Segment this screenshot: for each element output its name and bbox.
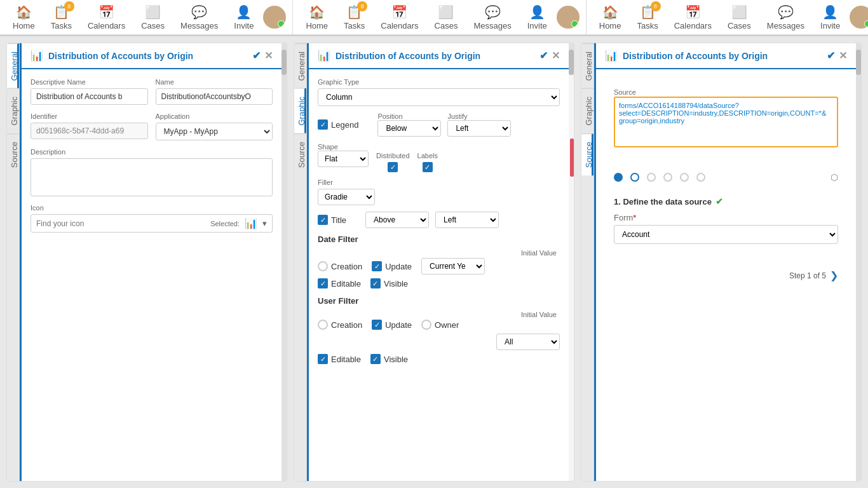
tab-general-2[interactable]: General — [294, 43, 306, 88]
nav-invite-3[interactable]: 👤 Invite — [814, 1, 846, 34]
legend-position-select[interactable]: Below — [377, 120, 441, 137]
icon-search-input[interactable] — [36, 219, 205, 228]
user-owner-checkbox[interactable] — [421, 320, 431, 330]
title-position-select[interactable]: Above — [365, 212, 429, 228]
nav-messages-3[interactable]: 💬 Messages — [761, 1, 811, 34]
user-creation-checkbox[interactable] — [318, 320, 328, 330]
date-editable-checkbox[interactable]: ✓ — [318, 278, 328, 288]
nav-tasks-1[interactable]: 📋 8 Tasks — [44, 1, 78, 34]
nav-tasks-2[interactable]: 📋 8 Tasks — [337, 1, 371, 34]
description-textarea[interactable] — [31, 158, 273, 196]
tab-source-1[interactable]: Source — [7, 133, 19, 175]
avatar-3[interactable] — [850, 6, 868, 29]
user-visible-checkbox[interactable]: ✓ — [370, 354, 381, 364]
tab-source-3[interactable]: Source — [581, 133, 593, 175]
tab-graphic-2[interactable]: Graphic — [294, 88, 306, 133]
home-icon-2: 🏠 — [309, 4, 325, 20]
title-justify-select[interactable]: Left — [435, 212, 499, 228]
chart-icon-3: 📊 — [605, 50, 618, 62]
progress-dot-2[interactable] — [630, 173, 639, 182]
close-button-1[interactable]: ✕ — [264, 50, 273, 62]
progress-dot-4[interactable] — [663, 173, 672, 182]
navbar-3: 🏠 Home 📋 8 Tasks 📅 Calendars ⬜ Cases 💬 — [587, 0, 868, 35]
date-initial-value-select[interactable]: Current Ye — [421, 258, 485, 274]
name-input[interactable] — [156, 88, 273, 105]
legend-justify-select[interactable]: Left — [447, 120, 511, 137]
confirm-button-2[interactable]: ✔ — [539, 50, 548, 62]
nav-cases-2[interactable]: ⬜ Cases — [428, 1, 465, 34]
form-select-source[interactable]: Account — [614, 225, 838, 244]
progress-dot-1[interactable] — [614, 173, 623, 182]
title-checkbox-label[interactable]: ✓ Title — [318, 215, 346, 225]
user-update-checkbox[interactable]: ✓ — [372, 320, 382, 330]
graphic-type-label: Graphic Type — [318, 78, 560, 86]
user-owner-label[interactable]: Owner — [421, 320, 459, 330]
confirm-button-1[interactable]: ✔ — [252, 50, 261, 62]
distributed-checkbox[interactable]: ✓ — [388, 162, 398, 172]
nav-calendars-1[interactable]: 📅 Calendars — [81, 1, 132, 34]
date-creation-checkbox[interactable] — [318, 261, 328, 271]
date-creation-label[interactable]: Creation — [318, 261, 362, 271]
user-editable-checkbox[interactable]: ✓ — [318, 354, 328, 364]
nav-cases-1[interactable]: ⬜ Cases — [135, 1, 171, 34]
identifier-input[interactable] — [31, 123, 148, 139]
user-initial-value-select[interactable]: All — [496, 334, 560, 350]
nav-home-3[interactable]: 🏠 Home — [593, 1, 628, 34]
nav-invite-2[interactable]: 👤 Invite — [521, 1, 553, 34]
progress-dot-5[interactable] — [680, 173, 689, 182]
tab-graphic-1[interactable]: Graphic — [7, 88, 19, 133]
icon-picker[interactable]: Selected: 📊 ▾ — [31, 214, 273, 233]
scrollbar-1[interactable] — [281, 43, 287, 481]
nav-messages-1[interactable]: 💬 Messages — [174, 1, 224, 34]
date-visible-label[interactable]: ✓ Visible — [370, 278, 408, 288]
tab-source-2[interactable]: Source — [294, 133, 306, 175]
tab-general-3[interactable]: General — [581, 43, 593, 88]
legend-checkbox-label[interactable]: ✓ Legend — [318, 119, 358, 130]
close-button-2[interactable]: ✕ — [552, 50, 560, 62]
nav-tasks-3[interactable]: 📋 8 Tasks — [630, 1, 664, 34]
date-visible-checkbox[interactable]: ✓ — [370, 278, 381, 288]
tab-graphic-3[interactable]: Graphic — [581, 88, 593, 133]
descriptive-name-input[interactable] — [31, 88, 148, 105]
progress-dot-3[interactable] — [647, 173, 656, 182]
avatar-2[interactable] — [557, 6, 580, 29]
expand-chart-icon[interactable]: ⬡ — [831, 172, 838, 182]
panel-2-content: Graphic Type Column ✓ Legend Position — [309, 69, 569, 481]
confirm-button-3[interactable]: ✔ — [827, 50, 835, 62]
date-editable-label[interactable]: ✓ Editable — [318, 278, 361, 288]
nav-messages-2[interactable]: 💬 Messages — [467, 1, 517, 34]
nav-calendars-3[interactable]: 📅 Calendars — [668, 1, 718, 34]
date-filter-title: Date Filter — [318, 234, 560, 244]
legend-checkbox[interactable]: ✓ — [318, 119, 328, 130]
date-editable-row: ✓ Editable ✓ Visible — [318, 278, 560, 288]
nav-calendars-2[interactable]: 📅 Calendars — [374, 1, 424, 34]
source-textarea[interactable]: forms/ACCO1614188794/dataSource?select=D… — [614, 97, 838, 147]
scrollbar-2[interactable] — [569, 43, 574, 75]
user-creation-label[interactable]: Creation — [318, 320, 362, 330]
user-editable-label[interactable]: ✓ Editable — [318, 354, 361, 364]
next-step-button[interactable]: ❯ — [830, 269, 838, 281]
shape-group: Shape Flat — [318, 143, 369, 167]
date-update-checkbox[interactable]: ✓ — [372, 261, 382, 271]
nav-home-2[interactable]: 🏠 Home — [299, 1, 334, 34]
application-select[interactable]: MyApp - MyApp — [156, 123, 273, 140]
user-update-label[interactable]: ✓ Update — [372, 320, 412, 330]
user-visible-label[interactable]: ✓ Visible — [370, 354, 408, 364]
title-checkbox[interactable]: ✓ — [318, 215, 328, 225]
panel-3-header: 📊 Distribution of Accounts by Origin ✔ ✕ — [596, 43, 856, 69]
date-update-label[interactable]: ✓ Update — [372, 261, 412, 271]
tab-general-1[interactable]: General — [7, 43, 19, 88]
labels-checkbox[interactable]: ✓ — [423, 162, 433, 172]
name-row: Descriptive Name Name — [31, 78, 273, 105]
close-button-3[interactable]: ✕ — [839, 50, 847, 62]
progress-dot-6[interactable] — [696, 173, 705, 182]
scrollbar-3[interactable] — [856, 43, 861, 481]
icon-picker-arrow[interactable]: ▾ — [262, 219, 267, 228]
avatar-1[interactable] — [263, 6, 286, 29]
nav-home-1[interactable]: 🏠 Home — [6, 1, 41, 34]
nav-invite-1[interactable]: 👤 Invite — [227, 1, 260, 34]
filler-select[interactable]: Gradie — [318, 189, 375, 205]
shape-select[interactable]: Flat — [318, 151, 369, 167]
nav-cases-3[interactable]: ⬜ Cases — [721, 1, 757, 34]
graphic-type-select[interactable]: Column — [318, 88, 560, 106]
